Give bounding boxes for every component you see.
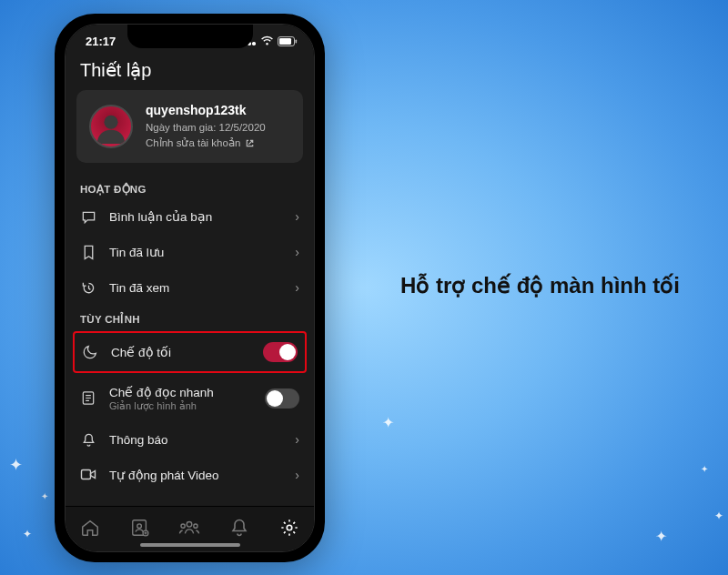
- status-time: 21:17: [86, 35, 116, 48]
- svg-point-7: [137, 523, 142, 528]
- svg-rect-2: [296, 39, 298, 43]
- sparkle-decoration: ✦: [9, 455, 23, 475]
- bell-icon: [80, 432, 96, 448]
- menu-label: Tự động phát Video: [109, 468, 282, 482]
- sparkle-decoration: ✦: [701, 464, 708, 474]
- chevron-right-icon: ›: [295, 468, 299, 482]
- page-title: Thiết lập: [66, 57, 314, 90]
- nav-community[interactable]: [171, 509, 207, 546]
- sparkle-decoration: ✦: [714, 509, 723, 522]
- menu-label: Tin đã lưu: [109, 245, 282, 259]
- nav-home[interactable]: [72, 509, 108, 546]
- dark-mode-toggle[interactable]: [263, 342, 298, 362]
- menu-label: Thông báo: [109, 433, 282, 447]
- svg-point-3: [104, 115, 117, 128]
- wifi-icon: [260, 35, 274, 46]
- fast-read-toggle[interactable]: [265, 388, 299, 409]
- menu-label: Chế độ đọc nhanh Giản lược hình ảnh: [109, 385, 252, 412]
- menu-notifications[interactable]: Thông báo ›: [66, 422, 314, 458]
- svg-rect-1: [279, 38, 291, 45]
- avatar: [89, 105, 133, 148]
- home-indicator[interactable]: [140, 543, 240, 547]
- phone-frame: 21:17 Thiết lập: [55, 14, 325, 562]
- nav-alerts[interactable]: [221, 509, 258, 546]
- customize-section-header: TÙY CHỈNH: [66, 306, 314, 329]
- sparkle-decoration: ✦: [41, 491, 48, 501]
- video-icon: [80, 468, 96, 481]
- external-link-icon: [245, 138, 255, 148]
- menu-my-comments[interactable]: Bình luận của bạn ›: [66, 199, 314, 235]
- menu-label: Bình luận của bạn: [109, 209, 282, 224]
- chevron-right-icon: ›: [295, 432, 299, 447]
- menu-label: Chế độ tối: [111, 345, 250, 359]
- menu-autoplay-video[interactable]: Tự động phát Video ›: [66, 458, 314, 492]
- comment-icon: [80, 209, 96, 225]
- promo-caption: Hỗ trợ chế độ màn hình tối: [400, 273, 680, 298]
- menu-sublabel: Giản lược hình ảnh: [109, 400, 252, 412]
- nav-add-user[interactable]: [122, 509, 158, 546]
- menu-dark-mode[interactable]: Chế độ tối: [75, 333, 305, 371]
- menu-label: Tin đã xem: [109, 281, 282, 295]
- edit-account-link[interactable]: Chỉnh sửa tài khoản: [146, 136, 290, 151]
- svg-point-9: [187, 521, 193, 527]
- profile-card[interactable]: quyenshop123tk Ngày tham gia: 12/5/2020 …: [76, 90, 303, 163]
- moon-icon: [82, 344, 98, 359]
- profile-joined-date: Ngày tham gia: 12/5/2020: [146, 120, 290, 136]
- activity-section-header: HOẠT ĐỘNG: [66, 176, 314, 199]
- svg-rect-5: [82, 470, 91, 479]
- nav-settings[interactable]: [271, 509, 308, 546]
- chevron-right-icon: ›: [295, 280, 299, 295]
- svg-point-11: [194, 524, 197, 528]
- chevron-right-icon: ›: [295, 209, 299, 224]
- phone-notch: [127, 25, 253, 48]
- document-icon: [80, 390, 96, 406]
- dark-mode-highlight: Chế độ tối: [73, 331, 307, 373]
- chevron-right-icon: ›: [295, 245, 299, 259]
- battery-icon: [278, 36, 298, 46]
- svg-point-10: [181, 524, 185, 528]
- menu-fast-read[interactable]: Chế độ đọc nhanh Giản lược hình ảnh: [66, 375, 314, 422]
- profile-username: quyenshop123tk: [146, 101, 290, 120]
- sparkle-decoration: ✦: [655, 528, 667, 545]
- bookmark-icon: [80, 245, 96, 260]
- sparkle-decoration: ✦: [382, 414, 394, 431]
- menu-saved-news[interactable]: Tin đã lưu ›: [66, 235, 314, 270]
- sparkle-decoration: ✦: [23, 528, 32, 540]
- menu-viewed-news[interactable]: Tin đã xem ›: [66, 270, 314, 306]
- history-icon: [80, 280, 96, 296]
- svg-point-12: [287, 525, 292, 530]
